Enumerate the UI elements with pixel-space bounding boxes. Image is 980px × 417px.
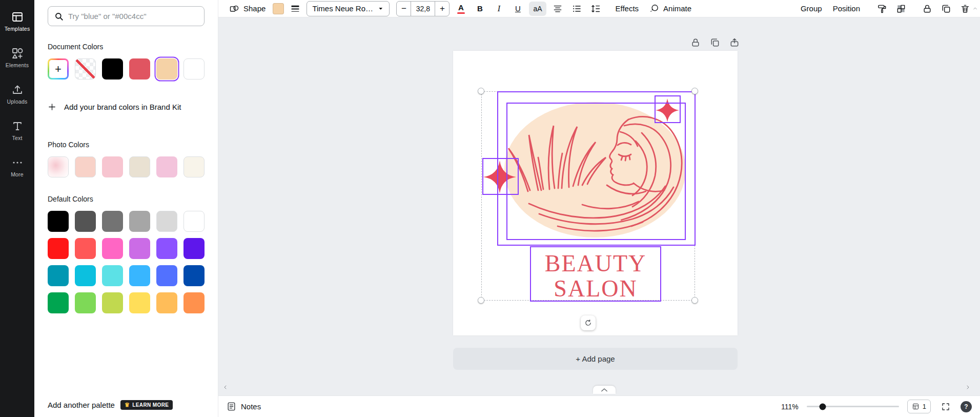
add-page-button[interactable]: + Add page bbox=[453, 348, 738, 370]
scroll-left-arrow[interactable] bbox=[221, 383, 230, 391]
zoom-slider[interactable] bbox=[807, 406, 899, 407]
color-swatch[interactable] bbox=[183, 58, 205, 80]
effects-button[interactable]: Effects bbox=[612, 2, 643, 16]
animate-button[interactable]: Animate bbox=[646, 2, 695, 16]
color-search-input[interactable] bbox=[68, 12, 198, 21]
color-swatch[interactable] bbox=[156, 238, 177, 259]
color-swatch[interactable] bbox=[75, 156, 96, 177]
color-swatch[interactable] bbox=[75, 211, 96, 232]
color-swatch[interactable] bbox=[156, 156, 177, 177]
sidebar-item-uploads[interactable]: Uploads bbox=[0, 76, 34, 112]
color-swatch[interactable] bbox=[129, 211, 150, 232]
color-swatch[interactable] bbox=[183, 292, 205, 313]
color-swatch[interactable] bbox=[75, 238, 96, 259]
export-page-button[interactable] bbox=[728, 36, 741, 49]
add-palette-link[interactable]: Add another palette bbox=[48, 401, 115, 409]
text-color-indicator bbox=[457, 12, 465, 14]
resize-handle-bottom-right[interactable] bbox=[691, 297, 698, 304]
color-swatch[interactable] bbox=[48, 238, 69, 259]
expand-panel-button[interactable] bbox=[593, 386, 616, 394]
font-size-value[interactable]: 32,8 bbox=[411, 2, 435, 16]
color-swatch[interactable] bbox=[156, 58, 177, 80]
position-button[interactable]: Position bbox=[829, 2, 864, 16]
sidebar-item-templates[interactable]: Templates bbox=[0, 3, 34, 39]
fullscreen-button[interactable] bbox=[939, 400, 952, 413]
color-swatch[interactable] bbox=[48, 265, 69, 286]
resize-handle-bottom-left[interactable] bbox=[478, 297, 484, 304]
duplicate-button[interactable] bbox=[938, 2, 954, 16]
sidebar-item-text[interactable]: Text bbox=[0, 112, 34, 149]
lock-button[interactable] bbox=[920, 2, 935, 16]
color-swatch[interactable] bbox=[183, 211, 205, 232]
page-indicator[interactable]: 1 bbox=[907, 400, 931, 413]
text-color-button[interactable]: A bbox=[453, 2, 468, 16]
color-swatch[interactable] bbox=[129, 265, 150, 286]
color-swatch[interactable] bbox=[48, 156, 69, 177]
selected-star-left[interactable] bbox=[482, 158, 519, 195]
shape-button[interactable]: Shape bbox=[226, 2, 269, 16]
rotate-handle[interactable] bbox=[581, 315, 596, 330]
alignment-button[interactable] bbox=[550, 2, 565, 16]
sidebar-item-more[interactable]: More bbox=[0, 149, 34, 185]
delete-button[interactable] bbox=[957, 2, 973, 16]
brand-kit-link[interactable]: Add your brand colors in Brand Kit bbox=[48, 103, 205, 111]
learn-more-badge[interactable]: ♛ LEARN MORE bbox=[120, 400, 173, 410]
scroll-up-arrow[interactable] bbox=[971, 5, 978, 12]
group-button[interactable]: Group bbox=[797, 2, 826, 16]
no-color-swatch[interactable] bbox=[75, 58, 96, 80]
font-size-increase-button[interactable]: + bbox=[435, 2, 449, 16]
resize-handle-top-right[interactable] bbox=[691, 88, 698, 94]
lock-page-button[interactable] bbox=[689, 36, 702, 49]
resize-handle-top-left[interactable] bbox=[478, 88, 484, 94]
color-swatch[interactable] bbox=[156, 265, 177, 286]
color-swatch[interactable] bbox=[102, 265, 123, 286]
duplicate-page-button[interactable] bbox=[708, 36, 722, 49]
lock-icon bbox=[690, 37, 701, 48]
text-case-button[interactable]: aA bbox=[529, 2, 546, 16]
copy-style-button[interactable] bbox=[874, 2, 890, 16]
color-swatch[interactable] bbox=[102, 292, 123, 313]
color-swatch[interactable] bbox=[102, 58, 123, 80]
color-swatch[interactable] bbox=[102, 238, 123, 259]
selected-frame-inner[interactable] bbox=[506, 103, 686, 240]
font-family-select[interactable]: Times Neue Rom… bbox=[307, 1, 390, 16]
line-spacing-icon bbox=[590, 4, 601, 14]
color-swatch[interactable] bbox=[75, 265, 96, 286]
bold-button[interactable]: B bbox=[472, 2, 487, 16]
sidebar-item-label: Elements bbox=[6, 62, 29, 68]
color-swatch[interactable] bbox=[129, 292, 150, 313]
add-color-swatch[interactable]: + bbox=[48, 58, 69, 80]
color-swatch[interactable] bbox=[129, 58, 150, 80]
brand-kit-label: Add your brand colors in Brand Kit bbox=[64, 103, 181, 111]
canvas-workspace[interactable]: BEAUTY SALON bbox=[218, 17, 980, 395]
color-swatch[interactable] bbox=[75, 292, 96, 313]
border-style-button[interactable] bbox=[288, 2, 303, 16]
selected-star-top[interactable] bbox=[655, 95, 681, 123]
underline-button[interactable]: U bbox=[510, 2, 525, 16]
help-button[interactable]: ? bbox=[961, 401, 972, 412]
list-button[interactable] bbox=[569, 2, 584, 16]
color-swatch[interactable] bbox=[183, 156, 205, 177]
sidebar-item-elements[interactable]: Elements bbox=[0, 39, 34, 76]
transparency-button[interactable] bbox=[893, 2, 909, 16]
color-swatch[interactable] bbox=[129, 238, 150, 259]
animate-label: Animate bbox=[663, 4, 691, 13]
color-swatch[interactable] bbox=[183, 238, 205, 259]
color-swatch[interactable] bbox=[129, 156, 150, 177]
color-swatch[interactable] bbox=[156, 292, 177, 313]
italic-button[interactable]: I bbox=[491, 2, 506, 16]
color-swatch[interactable] bbox=[48, 211, 69, 232]
line-spacing-button[interactable] bbox=[588, 2, 603, 16]
font-family-value: Times Neue Rom… bbox=[312, 4, 377, 13]
zoom-slider-thumb[interactable] bbox=[820, 403, 826, 410]
selected-text-box[interactable] bbox=[530, 246, 661, 302]
font-size-decrease-button[interactable]: − bbox=[397, 2, 411, 16]
color-swatch[interactable] bbox=[156, 211, 177, 232]
color-swatch[interactable] bbox=[102, 211, 123, 232]
color-swatch[interactable] bbox=[183, 265, 205, 286]
color-swatch[interactable] bbox=[102, 156, 123, 177]
scroll-right-arrow[interactable] bbox=[964, 383, 972, 391]
color-swatch[interactable] bbox=[48, 292, 69, 313]
notes-button[interactable]: Notes bbox=[227, 402, 261, 411]
fill-color-button[interactable] bbox=[273, 3, 284, 14]
